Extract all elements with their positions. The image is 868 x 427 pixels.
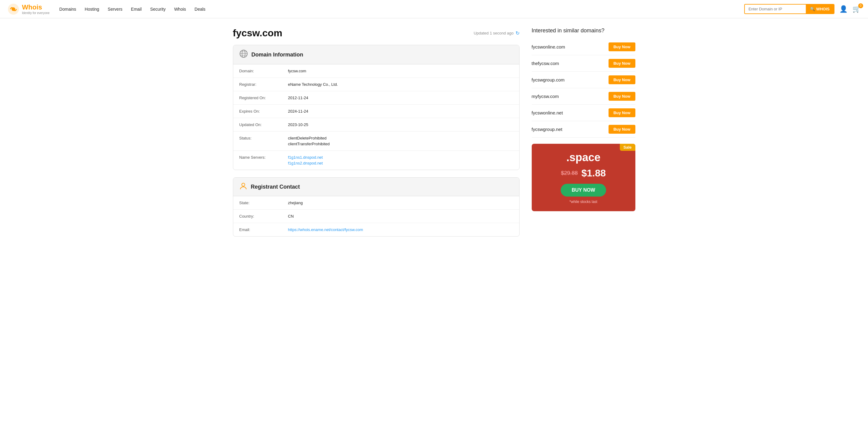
sale-banner: Sale .space $29.88 $1.88 BUY NOW *while … <box>532 144 636 211</box>
domain-info-card: Domain Information Domain: fycsw.com Reg… <box>233 45 520 170</box>
nav-servers[interactable]: Servers <box>107 7 122 11</box>
expires-on-row: Expires On: 2024-11-24 <box>233 105 519 118</box>
cart-badge: 0 <box>858 3 863 8</box>
state-row: State: zhejiang <box>233 196 519 210</box>
nav-hosting[interactable]: Hosting <box>85 7 99 11</box>
page-title-row: fycsw.com Updated 1 second ago ↻ <box>233 27 520 39</box>
logo-text: Whois Identity for everyone <box>22 3 50 15</box>
buy-now-button-2[interactable]: Buy Now <box>609 76 636 84</box>
logo-icon <box>7 3 20 15</box>
similar-domain-0: fycswonline.com Buy Now <box>532 39 636 55</box>
nav-icons: 👤 🛒 0 <box>839 5 861 13</box>
pricing-row: $29.88 $1.88 <box>538 168 629 179</box>
right-panel: Interested in similar domains? fycswonli… <box>532 27 636 244</box>
sale-tag: Sale <box>620 144 636 151</box>
registrant-body: State: zhejiang Country: CN Email: https… <box>233 196 519 236</box>
similar-domain-1: thefycsw.com Buy Now <box>532 55 636 72</box>
domain-info-title: Domain Information <box>251 52 303 58</box>
whois-search-button[interactable]: 🔍 WHOIS <box>806 5 834 13</box>
nav-whois[interactable]: Whois <box>174 7 186 11</box>
similar-domains-title: Interested in similar domains? <box>532 27 636 34</box>
space-domain: .space <box>538 151 629 164</box>
buy-now-button-1[interactable]: Buy Now <box>609 59 636 68</box>
search-box: 🔍 WHOIS <box>744 4 834 14</box>
user-icon[interactable]: 👤 <box>839 5 847 13</box>
buy-now-button-3[interactable]: Buy Now <box>609 92 636 101</box>
logo-brand: Whois <box>22 3 50 11</box>
nameservers-row: Name Servers: f1g1ns1.dnspod.net f1g1ns2… <box>233 151 519 170</box>
logo-tagline: Identity for everyone <box>22 11 50 15</box>
svg-point-7 <box>242 183 245 186</box>
buy-now-button-4[interactable]: Buy Now <box>609 108 636 117</box>
old-price: $29.88 <box>561 170 578 176</box>
nav-email[interactable]: Email <box>131 7 142 11</box>
email-row: Email: https://whois.ename.net/contact/f… <box>233 223 519 236</box>
new-price: $1.88 <box>581 168 606 179</box>
updated-text: Updated 1 second ago ↻ <box>474 30 520 36</box>
nav-security[interactable]: Security <box>150 7 166 11</box>
registrant-card: Registrant Contact State: zhejiang Count… <box>233 177 520 236</box>
main-content: fycsw.com Updated 1 second ago ↻ <box>221 18 648 253</box>
similar-domain-5: fycswgroup.net Buy Now <box>532 121 636 138</box>
cart-icon[interactable]: 🛒 0 <box>852 5 861 13</box>
updated-on-row: Updated On: 2023-10-25 <box>233 118 519 132</box>
country-row: Country: CN <box>233 210 519 223</box>
registrant-header: Registrant Contact <box>233 178 519 196</box>
domain-info-body: Domain: fycsw.com Registrar: eName Techn… <box>233 64 519 170</box>
page-title: fycsw.com <box>233 27 282 39</box>
similar-domain-2: fycswgroup.com Buy Now <box>532 72 636 88</box>
buy-now-button-5[interactable]: Buy Now <box>609 125 636 134</box>
nav-deals[interactable]: Deals <box>194 7 206 11</box>
similar-domain-4: fycswonline.net Buy Now <box>532 105 636 121</box>
nav-domains[interactable]: Domains <box>59 7 76 11</box>
person-icon <box>239 182 247 192</box>
logo[interactable]: Whois Identity for everyone <box>7 3 50 15</box>
sale-buy-now-button[interactable]: BUY NOW <box>561 184 606 197</box>
refresh-icon[interactable]: ↻ <box>516 30 520 36</box>
svg-point-1 <box>11 7 15 11</box>
domain-row: Domain: fycsw.com <box>233 64 519 78</box>
search-area: 🔍 WHOIS 👤 🛒 0 <box>744 4 861 14</box>
buy-now-button-0[interactable]: Buy Now <box>609 42 636 51</box>
search-icon: 🔍 <box>810 7 815 11</box>
registered-on-row: Registered On: 2012-11-24 <box>233 91 519 105</box>
globe-icon <box>239 50 248 60</box>
registrant-title: Registrant Contact <box>251 184 300 190</box>
registrar-row: Registrar: eName Technology Co., Ltd. <box>233 78 519 91</box>
search-input[interactable] <box>745 5 806 13</box>
similar-domain-3: myfycsw.com Buy Now <box>532 88 636 105</box>
stock-note: *while stocks last <box>538 200 629 204</box>
nav-links: Domains Hosting Servers Email Security W… <box>59 7 744 11</box>
left-panel: fycsw.com Updated 1 second ago ↻ <box>233 27 520 244</box>
navbar: Whois Identity for everyone Domains Host… <box>0 0 868 18</box>
domain-info-header: Domain Information <box>233 45 519 64</box>
status-row: Status: clientDeleteProhibited clientTra… <box>233 132 519 151</box>
